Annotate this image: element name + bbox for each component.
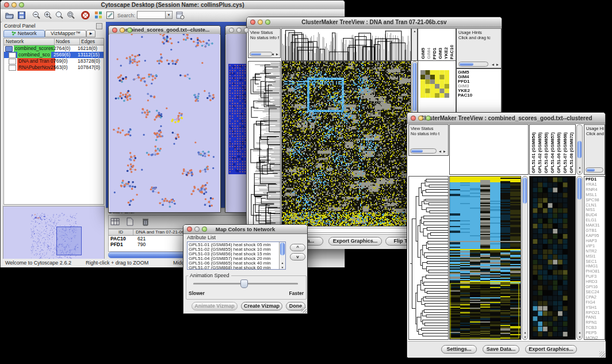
attribute-list-vscrollbar[interactable]: ▲ ▼ bbox=[279, 242, 285, 269]
attr-col-name[interactable]: DNA and Tran 07-21-06 bbox=[133, 229, 185, 235]
scroll-down-icon[interactable]: ▼ bbox=[523, 335, 527, 339]
resize-grip[interactable] bbox=[599, 351, 605, 357]
scroll-left-icon[interactable]: ◀ bbox=[270, 52, 275, 56]
close-icon[interactable] bbox=[229, 28, 234, 33]
save-data-button[interactable]: Save Data... bbox=[483, 345, 519, 354]
scroll-up-icon[interactable]: ▲ bbox=[412, 29, 418, 33]
move-down-button[interactable]: v bbox=[290, 253, 305, 260]
zoom-selected-icon[interactable] bbox=[67, 11, 75, 20]
network-manager-icon[interactable] bbox=[94, 11, 103, 20]
close-icon[interactable] bbox=[187, 227, 192, 232]
zoom-fit-icon[interactable] bbox=[55, 11, 64, 20]
close-icon[interactable] bbox=[112, 28, 117, 33]
settings-button[interactable]: Settings... bbox=[441, 345, 477, 354]
tv1-heatmap-globalview[interactable] bbox=[281, 61, 411, 227]
window-controls[interactable] bbox=[4, 2, 24, 7]
resize-grip[interactable] bbox=[301, 307, 307, 313]
tv2-row-dendrogram[interactable] bbox=[408, 176, 449, 340]
birdseye-viewport-rect[interactable] bbox=[56, 227, 82, 255]
tv2-zoomview-heatmap[interactable] bbox=[533, 177, 568, 337]
zoom-window-icon[interactable] bbox=[19, 2, 24, 7]
network-view-canvas[interactable] bbox=[109, 34, 220, 212]
create-vizmap-button[interactable]: Create Vizmap bbox=[241, 302, 282, 311]
scroll-down-icon[interactable]: ▼ bbox=[577, 170, 582, 174]
zoom-window-icon[interactable] bbox=[127, 28, 132, 33]
attribute-select-icon[interactable] bbox=[110, 217, 120, 226]
tv2-zoomview-panel[interactable] bbox=[529, 176, 576, 340]
search-dropdown-button[interactable]: ▼ bbox=[165, 11, 173, 19]
tv1-row-label[interactable]: PAC10 bbox=[457, 93, 501, 98]
birdseye-view[interactable] bbox=[3, 206, 105, 263]
tab-network[interactable]: Network bbox=[3, 30, 45, 37]
attr-col-id[interactable]: ID bbox=[109, 229, 133, 235]
tv1-column-dendrogram[interactable] bbox=[281, 28, 411, 61]
tv1-row-dendrogram[interactable] bbox=[248, 61, 281, 227]
treeview2-titlebar[interactable]: ClusterMaker TreeView : combined_scores_… bbox=[407, 113, 605, 124]
tv2-collabel-vscrollbar[interactable]: ▲ ▼ bbox=[576, 124, 583, 175]
delete-attribute-icon[interactable] bbox=[141, 217, 150, 226]
tab-overflow-button[interactable]: ▶ bbox=[86, 30, 95, 37]
network-row[interactable]: combined_sco2569(6)13112(15) bbox=[4, 52, 104, 58]
scroll-right-icon[interactable]: ▶ bbox=[442, 150, 447, 153]
export-graphics-button[interactable]: Export Graphics... bbox=[525, 345, 577, 354]
search-input[interactable] bbox=[137, 11, 166, 19]
tv1-status-hscrollbar[interactable] bbox=[250, 52, 273, 56]
scroll-up-icon[interactable]: ▲ bbox=[577, 166, 582, 169]
annotation-icon[interactable] bbox=[106, 11, 114, 20]
attribute-listbox[interactable]: GPL51-01 (GSM854) heat shock 05 minGPL51… bbox=[187, 242, 286, 270]
scroll-up-icon[interactable]: ▲ bbox=[280, 261, 285, 265]
speed-slider-thumb[interactable] bbox=[240, 279, 248, 288]
new-attribute-icon[interactable] bbox=[125, 217, 135, 226]
network-row[interactable]: combined_scores2764(0)16218(0) bbox=[4, 45, 104, 52]
minimize-icon[interactable] bbox=[194, 227, 200, 232]
scroll-down-icon[interactable]: ▼ bbox=[280, 266, 285, 269]
minimize-icon[interactable] bbox=[418, 116, 423, 121]
tv2-gene-label[interactable]: MON2 bbox=[584, 336, 605, 340]
scroll-up-icon[interactable]: ▲ bbox=[577, 331, 582, 334]
network-window1-titlebar[interactable]: combined_scores_good.txt--cluste... bbox=[109, 26, 220, 35]
treeview1-titlebar[interactable]: ClusterMaker TreeView : DNA and Tran 07-… bbox=[247, 17, 502, 28]
network-edges: 16218(0) bbox=[78, 45, 97, 52]
minimize-icon[interactable] bbox=[258, 20, 263, 25]
map-dialog-titlebar[interactable]: Map Colors to Network bbox=[183, 225, 307, 234]
cytoscape-titlebar[interactable]: Cytoscape Desktop (Session Name: collins… bbox=[1, 1, 345, 10]
minimize-icon[interactable] bbox=[120, 28, 125, 33]
tv2-heatmap-globalview[interactable] bbox=[449, 176, 521, 340]
zoom-window-icon[interactable] bbox=[244, 28, 249, 33]
scroll-up-icon[interactable]: ▲ bbox=[523, 331, 527, 334]
move-up-button[interactable]: ^ bbox=[290, 244, 305, 251]
minimize-icon[interactable] bbox=[12, 2, 17, 7]
float-panel-icon[interactable] bbox=[96, 23, 102, 29]
attribute-list-item[interactable]: GPL51-07 (GSM868) heat shock 60 min bbox=[188, 266, 285, 270]
zoom-out-icon[interactable] bbox=[32, 11, 41, 20]
network-row[interactable]: RNAPuberNov2+I563(0)107847(0) bbox=[4, 64, 104, 71]
export-graphics-button[interactable]: Export Graphics... bbox=[328, 237, 382, 246]
network-table-header[interactable]: Network Nodes Edges bbox=[4, 39, 104, 45]
close-icon[interactable] bbox=[4, 2, 9, 7]
zoom-window-icon[interactable] bbox=[426, 116, 431, 121]
zoom-window-icon[interactable] bbox=[202, 227, 207, 232]
tv2-global-vscrollbar[interactable]: ▲ ▼ bbox=[522, 176, 528, 340]
scroll-left-icon[interactable]: ◀ bbox=[491, 63, 495, 66]
close-icon[interactable] bbox=[250, 20, 255, 25]
tv1-hints-hscrollbar[interactable] bbox=[458, 62, 488, 67]
attribute-search-icon[interactable] bbox=[176, 11, 185, 20]
zoom-window-icon[interactable] bbox=[265, 20, 270, 25]
help-lifering-icon[interactable] bbox=[81, 11, 90, 20]
animate-vizmap-button[interactable]: Animate Vizmap bbox=[192, 302, 238, 311]
network-row[interactable]: DNA and Tran 07769(0)183728(0) bbox=[4, 58, 104, 64]
scroll-down-icon[interactable]: ▼ bbox=[577, 335, 582, 339]
scroll-right-icon[interactable]: ▶ bbox=[275, 52, 280, 56]
open-session-icon[interactable] bbox=[5, 12, 14, 19]
tab-vizmapper[interactable]: VizMapper™ bbox=[45, 30, 86, 37]
scroll-left-icon[interactable]: ◀ bbox=[438, 150, 442, 153]
tv2-zoom-vscrollbar[interactable]: ▲ ▼ bbox=[576, 176, 583, 340]
zoom-in-icon[interactable] bbox=[44, 11, 52, 20]
close-icon[interactable] bbox=[411, 116, 416, 121]
minimize-icon[interactable] bbox=[236, 28, 242, 33]
scroll-right-icon[interactable]: ▶ bbox=[495, 63, 500, 66]
tv1-zoomview-heatmap[interactable] bbox=[420, 70, 449, 98]
save-session-icon[interactable] bbox=[18, 12, 25, 19]
tv2-hints-hscrollbar[interactable] bbox=[586, 167, 603, 173]
tv2-status-hscrollbar[interactable] bbox=[410, 148, 437, 154]
